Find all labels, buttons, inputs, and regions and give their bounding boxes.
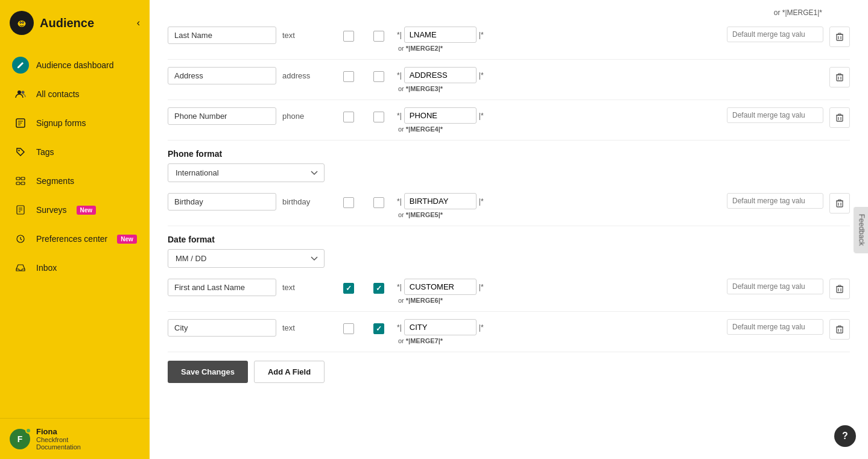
address-field[interactable] <box>168 67 276 84</box>
birthday-default-input[interactable] <box>727 193 823 209</box>
sidebar-item-inbox[interactable]: Inbox <box>0 253 150 282</box>
last-name-merge-input[interactable] <box>404 27 477 43</box>
svg-point-7 <box>22 91 25 94</box>
help-button[interactable]: ? <box>834 425 856 447</box>
table-row: address *| |* or *|MERGE3|* <box>168 60 850 100</box>
user-sub2: Documentation <box>36 443 81 451</box>
svg-rect-17 <box>837 75 843 81</box>
sidebar-nav: Audience dashboard All contacts Signup f… <box>0 46 150 418</box>
sidebar-item-preferences-center[interactable]: Preferences center New <box>0 224 150 253</box>
user-info: Fiona Checkfront Documentation <box>36 427 81 451</box>
city-visible-checkbox[interactable] <box>367 319 391 334</box>
date-format-select[interactable]: MM / DD DD / MM YYYY / MM / DD <box>168 249 325 268</box>
feedback-tab[interactable]: Feedback <box>854 206 868 253</box>
city-merge-input[interactable] <box>404 319 477 335</box>
first-last-name-type: text <box>282 279 331 292</box>
birthday-delete-button[interactable] <box>829 193 850 214</box>
last-name-visible-checkbox[interactable] <box>367 27 391 42</box>
phone-type: phone <box>282 107 331 121</box>
last-name-default <box>727 27 823 42</box>
address-merge-input[interactable] <box>404 67 477 83</box>
table-row: text *| |* or *|MERGE6|* <box>168 271 850 312</box>
preferences-new-badge: New <box>117 235 137 244</box>
birthday-field[interactable] <box>168 193 276 211</box>
svg-rect-10 <box>16 177 20 180</box>
merge1-alt-text: or *|MERGE1|* <box>774 8 822 17</box>
first-last-merge-input[interactable] <box>404 279 477 295</box>
city-delete-button[interactable] <box>829 319 850 340</box>
sidebar-collapse-button[interactable]: ‹ <box>137 17 140 28</box>
main-content: or *|MERGE1|* text *| |* or *|MERGE2|* <box>150 0 868 459</box>
birthday-merge: *| |* or *|MERGE5|* <box>397 193 721 218</box>
birthday-required-checkbox[interactable] <box>337 193 361 208</box>
sidebar-item-segments[interactable]: Segments <box>0 166 150 195</box>
merge-alt-value: *|MERGE2|* <box>406 45 443 52</box>
forms-icon <box>12 115 29 131</box>
phone-delete-button[interactable] <box>829 107 850 128</box>
sidebar-item-label-preferences-center: Preferences center <box>36 234 107 244</box>
tag-icon <box>12 144 29 160</box>
last-name-merge: *| |* or *|MERGE2|* <box>397 27 721 52</box>
city-field[interactable] <box>168 319 276 337</box>
phone-format-section: Phone format International US/Canada UK … <box>168 141 850 186</box>
birthday-merge-input[interactable] <box>404 193 477 209</box>
city-required-checkbox[interactable] <box>337 319 361 334</box>
sidebar-item-signup-forms[interactable]: Signup forms <box>0 109 150 138</box>
online-indicator <box>25 428 31 434</box>
sidebar-item-tags[interactable]: Tags <box>0 138 150 166</box>
phone-required-checkbox[interactable] <box>337 107 361 122</box>
first-last-default <box>727 279 823 294</box>
sidebar-item-label-signup-forms: Signup forms <box>36 118 86 128</box>
user-name: Fiona <box>36 427 81 436</box>
phone-default-input[interactable] <box>727 107 823 123</box>
last-name-default-input[interactable] <box>727 27 823 42</box>
address-required-checkbox[interactable] <box>337 67 361 82</box>
last-name-delete-button[interactable] <box>829 27 850 47</box>
table-row: phone *| |* or *|MERGE4|* <box>168 100 850 141</box>
visible-checkbox-box[interactable] <box>373 31 384 42</box>
first-last-merge: *| |* or *|MERGE6|* <box>397 279 721 304</box>
first-last-delete-button[interactable] <box>829 279 850 299</box>
address-delete-button[interactable] <box>829 67 850 87</box>
city-default-input[interactable] <box>727 319 823 335</box>
avatar[interactable]: F <box>10 429 30 449</box>
merge-tag-row: *| |* <box>397 27 721 43</box>
city-default <box>727 319 823 335</box>
sidebar-header: Audience ‹ <box>0 0 150 46</box>
merge-alt-text: or *|MERGE2|* <box>398 45 721 52</box>
phone-visible-checkbox[interactable] <box>367 107 391 122</box>
phone-merge: *| |* or *|MERGE4|* <box>397 107 721 133</box>
phone-format-select[interactable]: International US/Canada UK Other <box>168 163 325 182</box>
svg-rect-13 <box>21 182 25 185</box>
phone-merge-input[interactable] <box>404 107 477 124</box>
sidebar-item-label-audience-dashboard: Audience dashboard <box>36 60 113 70</box>
first-last-name-field[interactable] <box>168 279 276 296</box>
date-format-label: Date format <box>168 235 850 244</box>
segments-icon <box>12 173 29 189</box>
svg-point-5 <box>22 22 23 23</box>
action-bar: Save Changes Add A Field <box>168 352 850 383</box>
sidebar-item-surveys[interactable]: Surveys New <box>0 195 150 224</box>
sidebar-item-label-segments: Segments <box>36 176 74 186</box>
add-field-button[interactable]: Add A Field <box>254 361 325 383</box>
address-merge: *| |* or *|MERGE3|* <box>397 67 721 92</box>
birthday-visible-checkbox[interactable] <box>367 193 391 208</box>
first-last-visible-checkbox[interactable] <box>367 279 391 294</box>
table-row: text *| |* or *|MERGE2|* <box>168 19 850 60</box>
phone-format-label: Phone format <box>168 149 850 159</box>
first-last-default-input[interactable] <box>727 279 823 294</box>
required-checkbox-box[interactable] <box>343 31 354 42</box>
last-name-field[interactable] <box>168 27 276 44</box>
svg-point-6 <box>17 90 21 94</box>
last-name-type: text <box>282 27 331 40</box>
sidebar-item-label-surveys: Surveys <box>36 205 67 215</box>
first-last-required-checkbox[interactable] <box>337 279 361 294</box>
address-visible-checkbox[interactable] <box>367 67 391 82</box>
sidebar-item-audience-dashboard[interactable]: Audience dashboard <box>0 51 150 80</box>
required-checkbox-box[interactable] <box>343 71 354 82</box>
phone-number-field[interactable] <box>168 107 276 125</box>
last-name-required-checkbox[interactable] <box>337 27 361 42</box>
sidebar-item-all-contacts[interactable]: All contacts <box>0 80 150 109</box>
visible-checkbox-box[interactable] <box>373 71 384 82</box>
save-changes-button[interactable]: Save Changes <box>168 361 248 383</box>
